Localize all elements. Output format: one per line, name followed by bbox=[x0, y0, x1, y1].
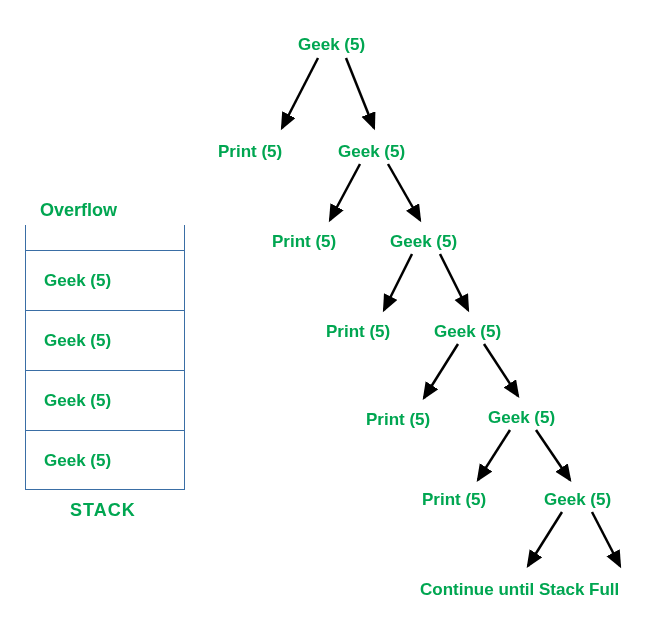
tree-l5-right: Geek (5) bbox=[544, 490, 611, 510]
arrow-icon bbox=[388, 164, 420, 220]
arrow-icon bbox=[346, 58, 374, 128]
stack-open-row bbox=[25, 225, 185, 250]
tree-l4-right: Geek (5) bbox=[488, 408, 555, 428]
tree-l5-left: Print (5) bbox=[422, 490, 486, 510]
arrow-icon bbox=[384, 254, 412, 310]
stack-row: Geek (5) bbox=[25, 430, 185, 490]
tree-l2-left: Print (5) bbox=[272, 232, 336, 252]
stack-title: STACK bbox=[70, 500, 136, 521]
stack-container: Geek (5) Geek (5) Geek (5) Geek (5) bbox=[25, 225, 185, 490]
footer-text: Continue until Stack Full bbox=[420, 580, 619, 600]
stack-row: Geek (5) bbox=[25, 250, 185, 310]
arrow-icon bbox=[282, 58, 318, 128]
stack-row: Geek (5) bbox=[25, 310, 185, 370]
arrow-icon bbox=[592, 512, 620, 566]
arrow-icon bbox=[484, 344, 518, 396]
tree-l1-left: Print (5) bbox=[218, 142, 282, 162]
tree-l1-right: Geek (5) bbox=[338, 142, 405, 162]
tree-l4-left: Print (5) bbox=[366, 410, 430, 430]
tree-root: Geek (5) bbox=[298, 35, 365, 55]
arrow-icon bbox=[478, 430, 510, 480]
arrow-icon bbox=[536, 430, 570, 480]
tree-l2-right: Geek (5) bbox=[390, 232, 457, 252]
overflow-label: Overflow bbox=[40, 200, 117, 221]
tree-l3-left: Print (5) bbox=[326, 322, 390, 342]
tree-l3-right: Geek (5) bbox=[434, 322, 501, 342]
arrow-icon bbox=[528, 512, 562, 566]
stack-row: Geek (5) bbox=[25, 370, 185, 430]
arrow-icon bbox=[440, 254, 468, 310]
arrow-icon bbox=[330, 164, 360, 220]
arrow-icon bbox=[424, 344, 458, 398]
